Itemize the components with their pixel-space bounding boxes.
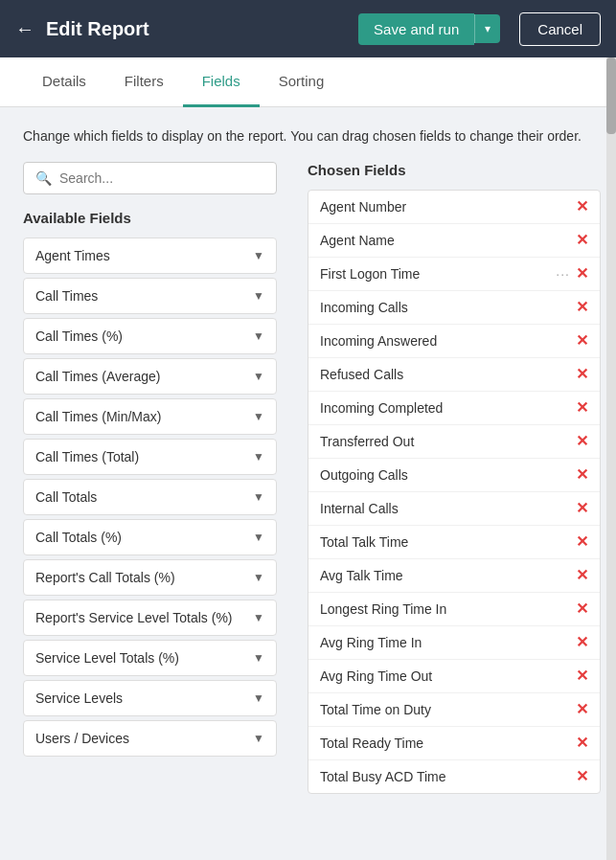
chosen-field-label: Transferred Out [320, 434, 414, 449]
chevron-down-icon: ▼ [253, 370, 264, 383]
back-button[interactable]: ← [15, 18, 34, 40]
chosen-fields-title: Chosen Fields [308, 162, 601, 178]
available-field-group[interactable]: Call Times▼ [23, 278, 277, 314]
chosen-field-row: Incoming Calls✕ [308, 291, 600, 325]
chevron-down-icon: ▼ [253, 611, 264, 624]
chosen-field-label: Total Ready Time [320, 736, 423, 751]
chevron-down-icon: ▼ [253, 531, 264, 544]
field-group-label: Service Levels [35, 690, 123, 706]
chosen-field-row-left: First Logon Time [320, 266, 556, 282]
available-field-group[interactable]: Service Levels▼ [23, 680, 277, 716]
save-run-group: Save and run ▾ [358, 13, 500, 45]
available-field-group[interactable]: Call Times (Average)▼ [23, 358, 277, 395]
chevron-down-icon: ▼ [253, 450, 264, 464]
field-group-label: Call Times (Total) [35, 449, 139, 464]
remove-field-button[interactable]: ✕ [576, 501, 588, 516]
available-field-group[interactable]: Call Times (Min/Max)▼ [23, 398, 277, 435]
chosen-field-row: Longest Ring Time In✕ [308, 593, 600, 626]
back-icon: ← [15, 18, 34, 40]
main-content: 🔍 Available Fields Agent Times▼Call Time… [0, 162, 616, 809]
tab-sorting[interactable]: Sorting [260, 57, 344, 107]
chosen-field-row-left: Longest Ring Time In [320, 601, 576, 617]
tabs-container: Details Filters Fields Sorting [0, 57, 616, 107]
remove-field-button[interactable]: ✕ [576, 333, 588, 349]
available-field-group[interactable]: Call Times (Total)▼ [23, 439, 277, 475]
chosen-field-row-left: Total Ready Time [320, 736, 576, 751]
chosen-field-label: Avg Ring Time Out [320, 668, 432, 684]
remove-field-button[interactable]: ✕ [576, 668, 588, 684]
remove-field-button[interactable]: ✕ [576, 400, 588, 416]
remove-field-button[interactable]: ✕ [576, 434, 588, 449]
chevron-down-icon: ▼ [253, 249, 264, 262]
search-input[interactable] [59, 170, 264, 186]
available-field-group[interactable]: Agent Times▼ [23, 238, 277, 274]
chosen-field-label: Incoming Calls [320, 300, 408, 315]
chosen-field-row-left: Total Time on Duty [320, 702, 576, 717]
remove-field-button[interactable]: ✕ [576, 233, 588, 248]
available-field-group[interactable]: Call Totals (%)▼ [23, 519, 277, 555]
chevron-down-icon: ▼ [253, 490, 264, 504]
chosen-field-row-left: Internal Calls [320, 501, 576, 516]
remove-field-button[interactable]: ✕ [576, 769, 588, 784]
chosen-field-row-left: Total Busy ACD Time [320, 769, 576, 784]
tab-fields[interactable]: Fields [183, 57, 260, 107]
chosen-field-row-left: Transferred Out [320, 434, 576, 449]
chevron-down-icon: ▼ [253, 651, 264, 665]
available-field-group[interactable]: Call Totals▼ [23, 479, 277, 515]
more-options-icon[interactable]: ··· [556, 266, 570, 282]
search-box: 🔍 [23, 162, 277, 194]
cancel-button[interactable]: Cancel [519, 12, 601, 46]
available-field-group[interactable]: Report's Call Totals (%)▼ [23, 559, 277, 596]
chosen-field-row: Incoming Answered✕ [308, 325, 600, 358]
chosen-field-label: Agent Name [320, 233, 395, 248]
chosen-field-label: Total Busy ACD Time [320, 769, 446, 784]
remove-field-button[interactable]: ✕ [576, 266, 588, 282]
field-group-label: Agent Times [35, 248, 110, 263]
remove-field-button[interactable]: ✕ [576, 367, 588, 382]
field-group-label: Call Totals (%) [35, 530, 122, 545]
available-field-group[interactable]: Report's Service Level Totals (%)▼ [23, 600, 277, 636]
field-group-label: Report's Service Level Totals (%) [35, 610, 233, 625]
remove-field-button[interactable]: ✕ [576, 736, 588, 751]
description: Change which fields to display on the re… [0, 107, 616, 162]
chosen-field-label: Total Talk Time [320, 534, 408, 550]
field-group-label: Call Times (Min/Max) [35, 409, 161, 424]
save-run-button[interactable]: Save and run [358, 13, 474, 45]
available-field-group[interactable]: Users / Devices▼ [23, 720, 277, 757]
remove-field-button[interactable]: ✕ [576, 199, 588, 215]
chosen-field-row: Transferred Out✕ [308, 425, 600, 459]
chosen-field-label: Internal Calls [320, 501, 399, 516]
chevron-down-icon: ▼ [253, 289, 264, 303]
remove-field-button[interactable]: ✕ [576, 702, 588, 717]
chosen-field-row: Avg Ring Time In✕ [308, 626, 600, 660]
available-field-group[interactable]: Service Level Totals (%)▼ [23, 640, 277, 676]
chosen-field-label: Incoming Answered [320, 333, 437, 349]
tab-filters[interactable]: Filters [105, 57, 183, 107]
field-group-label: Service Level Totals (%) [35, 650, 179, 666]
available-fields-title: Available Fields [23, 210, 277, 226]
chosen-field-label: Refused Calls [320, 367, 403, 382]
remove-field-button[interactable]: ✕ [576, 568, 588, 583]
chosen-field-row: Avg Ring Time Out✕ [308, 660, 600, 693]
remove-field-button[interactable]: ✕ [576, 534, 588, 550]
available-field-group[interactable]: Call Times (%)▼ [23, 318, 277, 354]
scrollbar-thumb[interactable] [606, 57, 616, 134]
chosen-field-row-left: Outgoing Calls [320, 467, 576, 483]
remove-field-button[interactable]: ✕ [576, 467, 588, 483]
chosen-field-label: Incoming Completed [320, 400, 443, 416]
chevron-down-icon: ▼ [253, 329, 264, 343]
field-group-label: Call Times (%) [35, 328, 123, 344]
remove-field-button[interactable]: ✕ [576, 601, 588, 617]
chosen-field-row: Total Ready Time✕ [308, 727, 600, 760]
chosen-field-row-left: Incoming Calls [320, 300, 576, 315]
chevron-down-icon: ▼ [253, 571, 264, 584]
search-icon: 🔍 [35, 170, 52, 186]
left-panel: 🔍 Available Fields Agent Times▼Call Time… [0, 162, 292, 809]
chosen-field-label: First Logon Time [320, 266, 420, 282]
tab-details[interactable]: Details [23, 57, 105, 107]
save-run-dropdown-button[interactable]: ▾ [474, 14, 500, 43]
remove-field-button[interactable]: ✕ [576, 300, 588, 315]
chosen-field-label: Total Time on Duty [320, 702, 431, 717]
remove-field-button[interactable]: ✕ [576, 635, 588, 650]
chosen-field-row-left: Avg Ring Time Out [320, 668, 576, 684]
